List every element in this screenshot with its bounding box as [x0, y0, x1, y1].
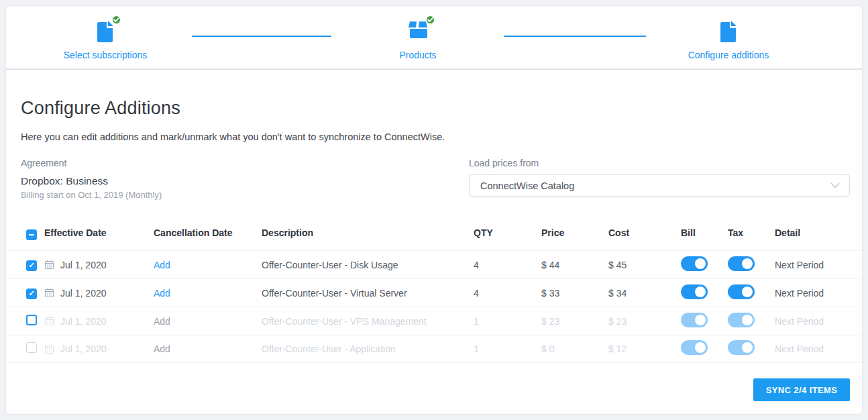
add-cancellation-link[interactable]: Add — [154, 344, 170, 354]
effective-date-value: Jul 1, 2020 — [60, 316, 107, 327]
description-cell: Offer-Counter-User - Virtual Server — [262, 288, 474, 299]
cost-cell: $ 23 — [608, 316, 675, 327]
toggle-knob — [695, 286, 706, 297]
load-prices-section: Load prices from ConnectWise Catalog — [469, 158, 850, 197]
additions-table: Effective Date Cancellation Date Descrip… — [6, 215, 862, 363]
bill-toggle[interactable] — [681, 340, 708, 355]
check-badge-icon — [425, 15, 435, 25]
column-header: Price — [541, 227, 608, 238]
tax-toggle[interactable] — [728, 313, 755, 327]
toggle-knob — [742, 286, 753, 297]
add-cancellation-link[interactable]: Add — [154, 260, 170, 270]
tax-toggle[interactable] — [728, 256, 755, 271]
main-card: Select subscriptions Products — [5, 5, 863, 415]
stepper-connector — [192, 36, 331, 37]
table-header-row: Effective Date Cancellation Date Descrip… — [6, 215, 862, 250]
stepper-step-label: Select subscriptions — [38, 50, 172, 60]
effective-date-field[interactable]: Jul 1, 2020 — [44, 260, 154, 270]
effective-date-field[interactable]: Jul 1, 2020 — [44, 344, 154, 354]
table-row: Jul 1, 2020 Add Offer-Counter-User - Vir… — [6, 278, 862, 307]
content-area: Configure Additions Here you can edit ad… — [6, 71, 862, 414]
toggle-knob — [742, 342, 753, 353]
chevron-down-icon — [830, 182, 840, 189]
stepper-connector — [504, 36, 646, 37]
check-badge-icon — [111, 15, 121, 25]
toggle-knob — [695, 342, 706, 353]
detail-cell: Next Period — [769, 344, 850, 354]
toggle-knob — [695, 315, 706, 325]
agreement-section: Agreement Dropbox: Business Billing star… — [21, 158, 162, 200]
stepper-step-label: Configure additions — [661, 50, 796, 60]
detail-cell: Next Period — [769, 316, 850, 327]
description-cell: Offer-Counter-User - VPS Management — [262, 316, 474, 327]
stepper-step-label: Products — [351, 50, 485, 60]
add-cancellation-link[interactable]: Add — [154, 316, 170, 327]
row-checkbox[interactable] — [26, 315, 37, 325]
wizard-stepper: Select subscriptions Products — [6, 6, 862, 70]
effective-date-field[interactable]: Jul 1, 2020 — [44, 316, 154, 327]
cost-cell: $ 45 — [608, 260, 675, 270]
qty-cell: 1 — [474, 316, 541, 327]
bill-toggle[interactable] — [681, 256, 708, 271]
agreement-label: Agreement — [21, 158, 162, 168]
description-cell: Offer-Counter-User - Disk Usage — [262, 260, 474, 270]
cost-cell: $ 12 — [608, 344, 675, 354]
row-checkbox[interactable] — [26, 342, 37, 353]
stepper-step-products[interactable]: Products — [351, 18, 485, 60]
price-cell: $ 33 — [541, 288, 608, 299]
load-prices-selected-value: ConnectWise Catalog — [480, 180, 830, 191]
column-header: QTY — [474, 227, 541, 238]
column-header: Cancellation Date — [154, 227, 262, 238]
agreement-name: Dropbox: Business — [21, 175, 162, 187]
bill-toggle[interactable] — [681, 284, 708, 299]
select-all-checkbox[interactable] — [26, 229, 37, 240]
bill-toggle[interactable] — [681, 313, 708, 327]
qty-cell: 4 — [474, 288, 541, 299]
effective-date-field[interactable]: Jul 1, 2020 — [44, 288, 154, 299]
load-prices-label: Load prices from — [469, 158, 850, 168]
column-header: Tax — [722, 227, 769, 238]
effective-date-value: Jul 1, 2020 — [60, 288, 107, 299]
sync-items-button[interactable]: SYNC 2/4 ITEMS — [753, 378, 850, 401]
page-subtitle: Here you can edit additions and mark/unm… — [21, 132, 445, 142]
description-cell: Offer-Counter-User - Application — [262, 344, 474, 354]
document-icon — [718, 18, 739, 44]
price-cell: $ 0 — [541, 344, 608, 354]
table-row: Jul 1, 2020 Add Offer-Counter-User - App… — [6, 335, 862, 363]
column-header: Cost — [608, 227, 675, 238]
agreement-billing: Billing start on Oct 1, 2019 (Monthly) — [21, 190, 162, 200]
qty-cell: 1 — [474, 344, 541, 354]
column-header: Bill — [675, 227, 722, 238]
cost-cell: $ 34 — [608, 288, 675, 299]
toggle-knob — [742, 315, 753, 325]
stepper-step-select-subscriptions[interactable]: Select subscriptions — [38, 18, 172, 60]
row-checkbox[interactable] — [26, 288, 37, 299]
effective-date-value: Jul 1, 2020 — [60, 260, 107, 270]
column-header: Description — [262, 227, 474, 238]
tax-toggle[interactable] — [728, 340, 755, 355]
table-row: Jul 1, 2020 Add Offer-Counter-User - VPS… — [6, 307, 862, 335]
table-row: Jul 1, 2020 Add Offer-Counter-User - Dis… — [6, 250, 862, 278]
calendar-icon — [44, 344, 54, 354]
detail-cell: Next Period — [769, 260, 850, 270]
qty-cell: 4 — [474, 260, 541, 270]
column-header: Effective Date — [44, 227, 154, 238]
column-header: Detail — [769, 227, 850, 238]
row-checkbox[interactable] — [26, 260, 37, 271]
calendar-icon — [44, 260, 54, 270]
tax-toggle[interactable] — [728, 284, 755, 299]
add-cancellation-link[interactable]: Add — [154, 288, 170, 299]
page-title: Configure Additions — [21, 98, 180, 119]
price-cell: $ 23 — [541, 316, 608, 327]
effective-date-value: Jul 1, 2020 — [60, 344, 107, 354]
price-cell: $ 44 — [541, 260, 608, 270]
stepper-step-configure-additions[interactable]: Configure additions — [661, 18, 796, 60]
load-prices-select[interactable]: ConnectWise Catalog — [469, 174, 850, 197]
calendar-icon — [44, 288, 54, 298]
detail-cell: Next Period — [769, 288, 850, 299]
toggle-knob — [742, 258, 753, 269]
calendar-icon — [44, 316, 54, 326]
toggle-knob — [695, 258, 706, 269]
